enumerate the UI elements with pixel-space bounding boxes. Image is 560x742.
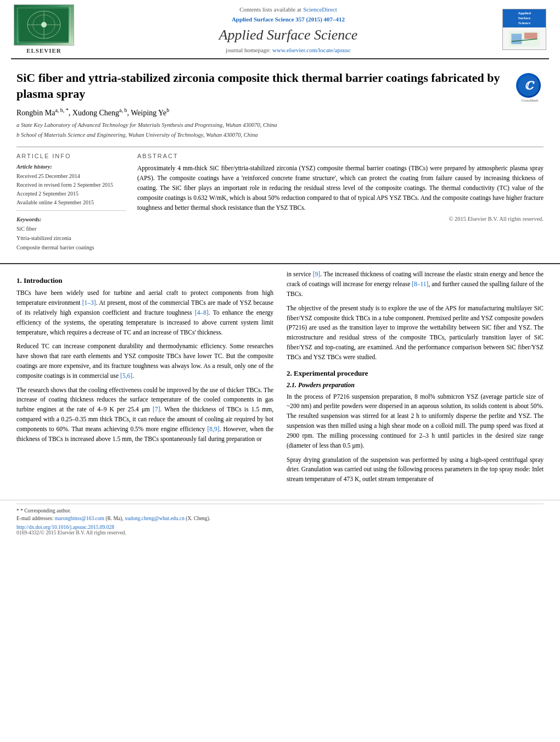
section2-para2: Spray drying granulation of the suspensi…: [287, 455, 544, 484]
author3-sup: b: [166, 107, 169, 113]
section1-right-para2: The objective of the present study is to…: [287, 304, 544, 362]
section1-para1: TBCs have been widely used for turbine a…: [16, 288, 273, 337]
author1-name: Rongbin Ma: [16, 109, 55, 117]
corresponding-text: * Corresponding author.: [20, 508, 71, 514]
email1-link[interactable]: marongbinss@163.com: [55, 516, 104, 521]
email2-link[interactable]: xudong.cheng@whut.edu.cn: [125, 516, 184, 521]
affiliation-a: a State Key Laboratory of Advanced Techn…: [16, 121, 544, 130]
journal-homepage: journal homepage: www.elsevier.com/locat…: [88, 47, 489, 53]
journal-logo-right: Applied Surface Science: [500, 9, 549, 50]
section1-para3: The research shows that the cooling effe…: [16, 386, 273, 444]
ref-1-3[interactable]: [1–3]: [82, 299, 96, 306]
section2-para1: In the process of P7216 suspension prepa…: [287, 392, 544, 451]
journal-title-link[interactable]: Applied Surface Science 357 (2015) 407–4…: [232, 16, 345, 23]
sciencedirect-link[interactable]: ScienceDirect: [303, 6, 337, 13]
corresponding-note: * * Corresponding author.: [16, 507, 544, 515]
author3-name: Weiping Ye: [131, 109, 166, 117]
elsevier-logo: ELSEVIER: [11, 4, 77, 54]
svg-point-2: [33, 15, 55, 35]
doi-link[interactable]: http://dx.doi.org/10.1016/j.apsusc.2015.…: [16, 525, 544, 530]
email-note: E-mail addresses: marongbinss@163.com (R…: [16, 515, 544, 522]
email2-name: (X. Cheng).: [186, 516, 210, 521]
footer-rule: [16, 504, 544, 504]
svg-rect-7: [511, 34, 522, 44]
page-footer: * * Corresponding author. E-mail address…: [0, 500, 560, 539]
affiliations: a State Key Laboratory of Advanced Techn…: [16, 121, 544, 140]
elsevier-label: ELSEVIER: [26, 47, 61, 54]
article-content: SiC fiber and yttria-stabilized zirconia…: [0, 59, 560, 263]
author2-name: Xudong Cheng: [72, 109, 119, 117]
svg-point-1: [27, 11, 60, 38]
journal-header: ELSEVIER Contents lists available at Sci…: [0, 0, 560, 54]
journal-name: Applied Surface Science: [88, 27, 489, 43]
email1-name: (R. Ma),: [105, 516, 123, 521]
homepage-label: journal homepage:: [226, 47, 271, 53]
homepage-url[interactable]: www.elsevier.com/locate/apsusc: [272, 47, 351, 53]
available-date: Available online 4 September 2015: [16, 198, 126, 207]
body-left-col: 1. Introduction TBCs have been widely us…: [16, 270, 273, 489]
issn-text: 0169-4332/© 2015 Elsevier B.V. All right…: [16, 530, 544, 535]
accepted-date: Accepted 2 September 2015: [16, 189, 126, 198]
article-title: SiC fiber and yttria-stabilized zirconia…: [16, 70, 516, 102]
info-divider: [16, 210, 126, 211]
ref-5-6[interactable]: [5,6]: [120, 372, 132, 379]
abstract-col: ABSTRACT Approximately 4 mm-thick SiC fi…: [137, 153, 544, 252]
info-abstract-section: ARTICLE INFO Article history: Received 2…: [16, 147, 544, 252]
ref-9[interactable]: [9]: [313, 271, 320, 277]
section2-title: 2. Experimental procedure: [287, 369, 544, 378]
keywords-label: Keywords:: [16, 216, 126, 222]
ref-8-11[interactable]: [8–11]: [412, 281, 428, 287]
article-info-heading: ARTICLE INFO: [16, 153, 126, 159]
crossmark-label: CrossMark: [516, 98, 544, 103]
ref-7[interactable]: [7]: [153, 406, 160, 412]
doi-anchor[interactable]: http://dx.doi.org/10.1016/j.apsusc.2015.…: [16, 525, 114, 530]
logo-line3: Science: [505, 21, 544, 26]
received-revised-date: Received in revised form 2 September 201…: [16, 181, 126, 189]
logo-line1: Applied: [505, 11, 544, 16]
crossmark-icon[interactable]: ℂ: [516, 73, 541, 98]
copyright-text: © 2015 Elsevier B.V. All rights reserved…: [137, 216, 544, 222]
body-right-col: in service [9]. The increased thickness …: [287, 270, 544, 489]
section1-para2: Reduced TC can increase component durabi…: [16, 342, 273, 381]
author2-sup: a, b: [119, 107, 127, 113]
section2-1-title: 2.1. Powders preparation: [287, 381, 544, 389]
keyword-1: SiC fiber: [16, 224, 126, 233]
elsevier-logo-image: [14, 4, 74, 46]
svg-point-5: [41, 22, 47, 27]
section1-title: 1. Introduction: [16, 276, 273, 285]
svg-rect-0: [19, 7, 69, 43]
journal-logo-image: Applied Surface Science: [502, 9, 546, 50]
journal-link[interactable]: Contents lists available at ScienceDirec…: [88, 5, 489, 14]
body-two-col: 1. Introduction TBCs have been widely us…: [16, 270, 544, 489]
contents-text: Contents lists available at: [239, 6, 301, 13]
page: ELSEVIER Contents lists available at Sci…: [0, 0, 560, 742]
ref-8-9[interactable]: [8,9]: [208, 426, 220, 432]
ref-4-8[interactable]: [4–8]: [195, 309, 209, 316]
authors-line: Rongbin Maa, b, *, Xudong Chenga, b, Wei…: [16, 107, 544, 118]
title-row: SiC fiber and yttria-stabilized zirconia…: [16, 70, 544, 102]
abstract-text: Approximately 4 mm-thick SiC fiber/yttri…: [137, 164, 544, 213]
email-label: E-mail addresses:: [16, 516, 53, 521]
received-date: Received 25 December 2014: [16, 172, 126, 181]
main-body: 1. Introduction TBCs have been widely us…: [0, 263, 560, 500]
article-info-col: ARTICLE INFO Article history: Received 2…: [16, 153, 126, 252]
svg-rect-8: [524, 32, 537, 38]
abstract-heading: ABSTRACT: [137, 153, 544, 159]
section1-right-para1: in service [9]. The increased thickness …: [287, 270, 544, 299]
history-label: Article history:: [16, 164, 126, 170]
keyword-3: Composite thermal barrier coatings: [16, 243, 126, 252]
keyword-2: Yttria-stabilized zirconia: [16, 233, 126, 243]
author1-sup: a, b, *: [55, 107, 68, 113]
affiliation-b: b School of Materials Science and Engine…: [16, 131, 544, 140]
crossmark-logo[interactable]: ℂ CrossMark: [516, 73, 544, 101]
logo-line2: Surface: [505, 16, 544, 21]
journal-center: Contents lists available at ScienceDirec…: [77, 5, 500, 53]
